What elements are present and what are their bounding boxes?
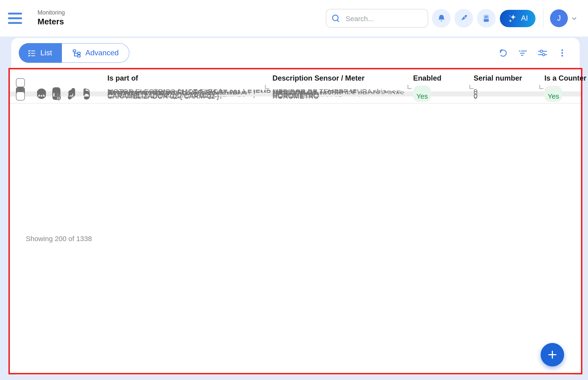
tab-list-label: List: [40, 49, 52, 57]
breadcrumb-section: Monitoring: [38, 10, 65, 17]
showing-count: Showing 200 of 1338: [26, 234, 92, 242]
tab-advanced-view[interactable]: Advanced: [62, 43, 129, 63]
search-icon: [331, 14, 340, 23]
chevron-down-icon: [571, 15, 578, 22]
column-resize-handle[interactable]: [407, 85, 412, 89]
breadcrumb: Monitoring Meters: [38, 10, 65, 27]
plus-icon: [547, 349, 558, 360]
add-meter-button[interactable]: [541, 343, 564, 366]
page-title: Meters: [38, 17, 65, 27]
notifications-button[interactable]: [432, 9, 451, 28]
eye-icon[interactable]: [37, 91, 46, 101]
document-icon: [482, 14, 491, 23]
add-image-icon[interactable]: [52, 91, 61, 101]
rocket-icon: [459, 13, 469, 23]
more-vert-icon[interactable]: [557, 48, 567, 58]
tab-advanced-label: Advanced: [85, 49, 119, 57]
header-divider: [543, 9, 544, 28]
serial-number-cell: 0: [474, 92, 478, 100]
docs-button[interactable]: [477, 9, 496, 28]
account-menu-button[interactable]: [571, 15, 578, 22]
refresh-icon[interactable]: [498, 48, 508, 58]
enabled-badge: Yes: [413, 90, 431, 102]
tune-icon[interactable]: [537, 48, 548, 58]
sparkle-icon: [507, 13, 518, 23]
row-checkbox[interactable]: [16, 92, 25, 100]
avatar[interactable]: J: [550, 9, 568, 27]
checklist-icon: [27, 49, 36, 57]
filter-icon[interactable]: [518, 48, 528, 58]
column-header-counter[interactable]: Is a Counter: [544, 74, 586, 82]
column-header-enabled[interactable]: Enabled: [413, 74, 442, 82]
description-cell: HOROMETRO: [272, 92, 319, 100]
ai-assistant-button[interactable]: AI: [500, 10, 535, 27]
table-footer: Showing 200 of 1338: [10, 104, 581, 373]
search-input[interactable]: [345, 14, 423, 23]
toolbar-actions: [498, 38, 567, 68]
reset-icon[interactable]: [81, 91, 91, 101]
top-app-bar: Monitoring Meters: [0, 0, 588, 37]
select-all-checkbox[interactable]: [16, 78, 25, 87]
column-header-serial[interactable]: Serial number: [474, 74, 522, 82]
table-row: CARAMELIZADOR 02 { CARM-02 }HOROMETROYes…: [10, 96, 581, 96]
search-box[interactable]: [326, 9, 428, 28]
meters-table: Is part of Description Sensor / Meter En…: [8, 68, 582, 374]
menu-icon[interactable]: [8, 13, 22, 24]
page: Monitoring Meters: [0, 0, 588, 380]
bell-icon: [436, 13, 446, 23]
is-part-of-cell: CARAMELIZADOR 02 { CARM-02 }: [107, 92, 219, 100]
hierarchy-icon: [72, 49, 81, 57]
link-icon[interactable]: [67, 91, 76, 101]
view-switcher: List Advanced: [19, 43, 129, 63]
column-resize-handle[interactable]: [539, 85, 544, 89]
table-toolbar: List Advanced: [11, 38, 580, 68]
tab-list-view[interactable]: List: [19, 43, 62, 63]
ai-label: AI: [521, 14, 528, 22]
column-header-description[interactable]: Description Sensor / Meter: [272, 74, 365, 82]
column-resize-handle[interactable]: [469, 85, 474, 89]
whats-new-button[interactable]: [454, 9, 473, 28]
column-header-is-part-of[interactable]: Is part of: [107, 74, 138, 82]
is-counter-badge: Yes: [544, 90, 563, 102]
